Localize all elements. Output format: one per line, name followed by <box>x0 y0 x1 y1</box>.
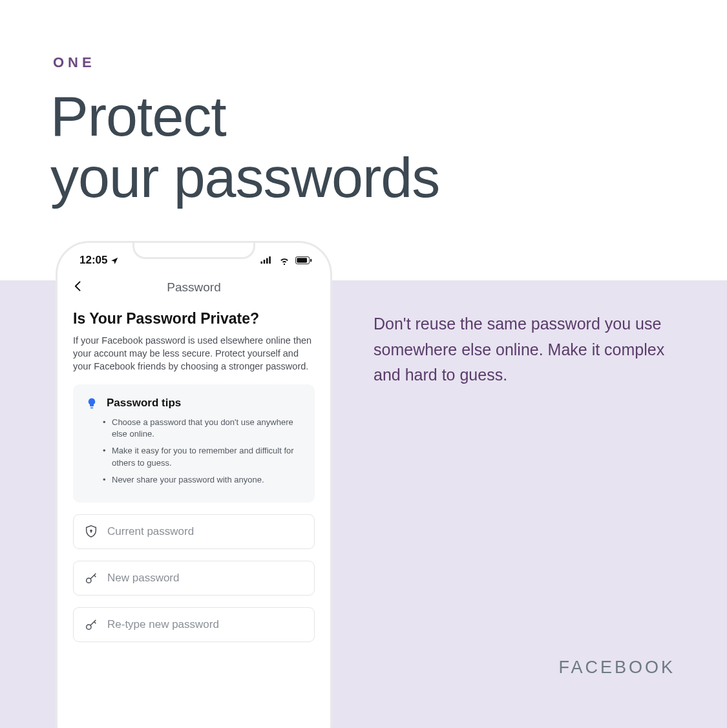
password-tips-card: Password tips Choose a password that you… <box>73 384 315 503</box>
tip-item: Make it easy for you to remember and dif… <box>104 445 303 468</box>
tip-item: Never share your password with anyone. <box>104 474 303 486</box>
page-headline: Protect your passwords <box>50 85 439 208</box>
nav-bar: Password <box>58 273 330 306</box>
tips-title: Password tips <box>107 397 181 410</box>
key-icon <box>84 571 98 585</box>
svg-rect-2 <box>266 258 268 264</box>
svg-line-11 <box>94 575 96 577</box>
location-arrow-icon <box>110 256 119 265</box>
back-button[interactable] <box>72 278 85 296</box>
lightbulb-icon <box>85 396 99 410</box>
retype-password-input[interactable] <box>107 618 304 631</box>
screen-description: If your Facebook password is used elsewh… <box>73 334 315 373</box>
shield-lock-icon <box>84 525 98 539</box>
svg-rect-3 <box>269 256 271 264</box>
svg-line-14 <box>94 621 96 623</box>
nav-title: Password <box>70 280 317 295</box>
svg-point-12 <box>87 625 91 629</box>
tips-list: Choose a password that you don't use any… <box>85 417 303 486</box>
svg-rect-1 <box>264 260 266 264</box>
svg-rect-6 <box>310 258 311 262</box>
current-password-input[interactable] <box>107 525 304 538</box>
phone-frame: 12:05 Password Is Your Password Private?… <box>56 241 332 728</box>
wifi-icon <box>277 253 291 267</box>
phone-notch <box>132 241 255 259</box>
status-time: 12:05 <box>79 254 107 267</box>
retype-password-row[interactable] <box>73 607 315 642</box>
chevron-left-icon <box>72 280 85 293</box>
current-password-row[interactable] <box>73 514 315 549</box>
svg-point-7 <box>90 530 92 531</box>
svg-rect-5 <box>297 258 307 262</box>
side-copy: Don't reuse the same password you use so… <box>374 311 671 388</box>
headline-line-1: Protect <box>50 84 226 148</box>
headline-line-2: your passwords <box>50 145 439 209</box>
svg-point-9 <box>87 578 91 583</box>
tip-item: Choose a password that you don't use any… <box>104 417 303 440</box>
cellular-signal-icon <box>259 253 273 267</box>
battery-icon <box>295 253 312 267</box>
new-password-row[interactable] <box>73 561 315 596</box>
new-password-input[interactable] <box>107 572 304 585</box>
eyebrow-label: ONE <box>53 54 96 71</box>
screen-heading: Is Your Password Private? <box>73 310 315 328</box>
svg-rect-0 <box>260 262 262 264</box>
key-icon <box>84 618 98 632</box>
brand-wordmark: FACEBOOK <box>558 658 675 678</box>
